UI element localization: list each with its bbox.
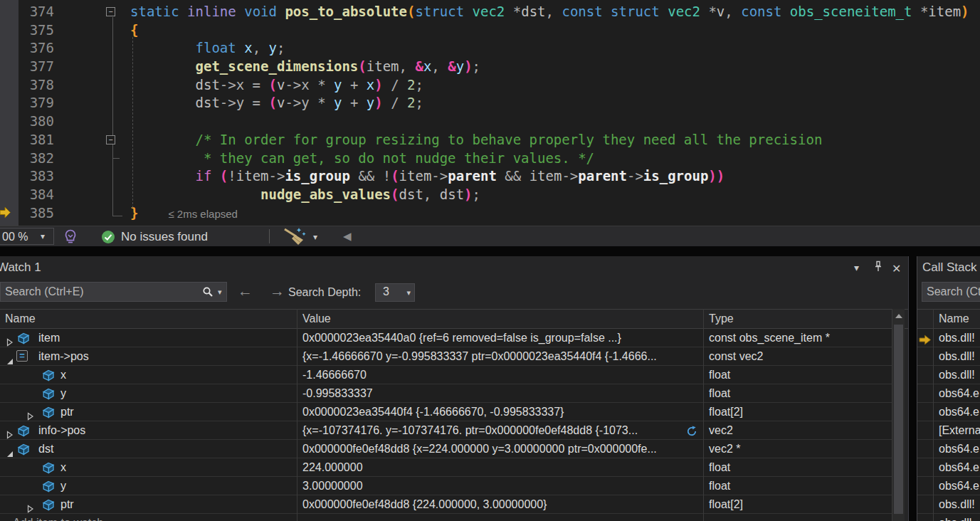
line-number: 380 (0, 112, 54, 131)
watch-name[interactable]: x (60, 458, 66, 476)
watch-name[interactable]: dst (38, 440, 53, 458)
code-line[interactable]: 382 * they can get, so do not nudge thei… (0, 149, 980, 168)
code-text[interactable]: * they can get, so do not nudge their va… (130, 149, 594, 168)
callstack-frame[interactable]: obs.dll (917, 514, 980, 521)
frame-label: obs.dll! (939, 329, 975, 347)
code-suggestions-icon[interactable] (63, 228, 78, 247)
arrow-forward-icon[interactable]: → (270, 283, 285, 300)
code-line[interactable]: 383 if (!item->is_group && !(item->paren… (0, 167, 980, 186)
callstack-frame[interactable]: obs64.e (917, 403, 980, 421)
watch-value[interactable]: -0.995833337 (297, 384, 703, 402)
watch-row[interactable]: dst0x000000fe0ef48dd8 {x=224.000000 y=3.… (0, 440, 892, 458)
callstack-frame[interactable]: obs.dll! (917, 366, 980, 384)
code-text[interactable]: { (130, 21, 138, 40)
callstack-frame[interactable]: obs.dll! (917, 347, 980, 366)
watch-row[interactable]: Add item to watch (0, 514, 892, 521)
search-caret-icon[interactable]: ▾ (218, 288, 222, 297)
search-icon[interactable] (202, 286, 214, 300)
scrollbar-thumb[interactable] (894, 325, 903, 514)
zoom-dropdown-caret-icon[interactable]: ▾ (41, 231, 45, 241)
code-text[interactable]: dst->y = (v->y * y + y) / 2; (130, 94, 423, 112)
zoom-control[interactable]: 00 % ▾ (0, 228, 54, 245)
watch-value[interactable]: 0x000000fe0ef48dd8 {224.000000, 3.000000… (297, 495, 703, 513)
code-text[interactable]: nudge_abs_values(dst, dst); (130, 186, 480, 204)
code-line[interactable]: 380 (0, 112, 980, 131)
code-editor[interactable]: 374−static inline void pos_to_absolute(s… (0, 0, 980, 226)
watch-value[interactable]: {x=-1.46666670 y=-0.995833337 ptr=0x0000… (297, 347, 703, 365)
watch-name[interactable]: ptr (60, 495, 74, 513)
fold-toggle-icon[interactable]: − (106, 135, 115, 144)
pin-icon[interactable] (873, 260, 883, 274)
search-depth-select[interactable]: 3 ▾ (375, 283, 415, 302)
watch-scrollbar[interactable] (892, 309, 905, 521)
line-number: 384 (0, 186, 54, 204)
code-text[interactable]: dst->x = (v->x * y + x) / 2; (130, 76, 423, 95)
column-divider[interactable] (297, 309, 297, 521)
callstack-frame[interactable]: [Externa (917, 421, 980, 440)
code-text[interactable]: /* In order for group resizing to behave… (130, 131, 822, 149)
watch-row[interactable]: item0x0000023ea35440a0 {ref=6 removed=fa… (0, 329, 892, 347)
code-line[interactable]: 385}≤ 2ms elapsed (0, 204, 980, 223)
watch-search-input[interactable] (0, 282, 227, 302)
callstack-frame[interactable]: obs64.e (917, 384, 980, 403)
code-line[interactable]: 376 float x, y; (0, 39, 980, 58)
watch-value[interactable]: 3.00000000 (297, 477, 703, 495)
callstack-frame[interactable]: obs64.e (917, 458, 980, 477)
watch-name[interactable]: item->pos (38, 347, 89, 365)
code-line[interactable]: 377 get_scene_dimensions(item, &x, &y); (0, 58, 980, 76)
callstack-frame[interactable]: obs64.e (917, 440, 980, 458)
watch-row[interactable]: x224.000000float (0, 458, 892, 477)
watch-value[interactable]: 224.000000 (297, 458, 703, 476)
code-line[interactable]: 381− /* In order for group resizing to b… (0, 131, 980, 149)
callstack-frame[interactable]: obs64.e (917, 477, 980, 495)
code-text[interactable]: if (!item->is_group && !(item->parent &&… (130, 167, 725, 186)
callstack-search-input[interactable] (922, 282, 980, 302)
code-line[interactable]: 374−static inline void pos_to_absolute(s… (0, 3, 980, 21)
code-cleanup-broom-icon[interactable] (282, 227, 307, 249)
callstack-frame[interactable]: obs.dll! (917, 329, 980, 347)
frame-label: obs64.e (939, 440, 979, 458)
gutter-divider (933, 309, 934, 521)
cleanup-dropdown-caret-icon[interactable]: ▾ (313, 232, 317, 242)
code-line[interactable]: 378 dst->x = (v->x * y + x) / 2; (0, 76, 980, 95)
code-line[interactable]: 384 nudge_abs_values(dst, dst); (0, 186, 980, 204)
code-line[interactable]: 379 dst->y = (v->y * y + y) / 2; (0, 94, 980, 112)
chevron-down-icon[interactable]: ▾ (854, 262, 859, 273)
fold-toggle-icon[interactable]: − (106, 7, 115, 16)
watch-row[interactable]: =item->pos{x=-1.46666670 y=-0.995833337 … (0, 347, 892, 366)
watch-row[interactable]: ptr0x0000023ea35440f4 {-1.46666670, -0.9… (0, 403, 892, 421)
code-text[interactable]: }≤ 2ms elapsed (130, 204, 238, 223)
watch-name[interactable]: y (60, 384, 66, 402)
collapse-left-icon[interactable]: ◀ (343, 230, 352, 243)
watch-value[interactable]: {x=-107374176. y=-107374176. ptr=0x00000… (297, 421, 703, 442)
current-statement-arrow-icon[interactable] (0, 206, 11, 221)
watch-value[interactable]: -1.46666670 (297, 366, 703, 384)
issues-status-text[interactable]: No issues found (121, 230, 208, 244)
watch-row[interactable]: y3.00000000float (0, 477, 892, 495)
watch-name[interactable]: item (38, 329, 60, 347)
fold-region-tick (112, 158, 120, 159)
watch-value[interactable]: 0x0000023ea35440a0 {ref=6 removed=false … (297, 329, 703, 347)
watch-name[interactable]: info->pos (38, 421, 85, 439)
watch-row[interactable]: x-1.46666670float (0, 366, 892, 384)
column-divider[interactable] (703, 309, 704, 521)
issues-check-icon[interactable] (102, 231, 115, 243)
frame-label: obs.dll! (939, 347, 975, 365)
code-line[interactable]: 375{ (0, 21, 980, 40)
watch-name[interactable]: y (60, 477, 66, 495)
scroll-up-icon[interactable] (895, 314, 902, 318)
watch-value[interactable]: 0x000000fe0ef48dd8 {x=224.000000 y=3.000… (297, 440, 703, 458)
watch-row[interactable]: ptr0x000000fe0ef48dd8 {224.000000, 3.000… (0, 495, 892, 514)
callstack-frame[interactable]: obs.dll! (917, 495, 980, 514)
add-watch-row[interactable]: Add item to watch (13, 514, 103, 521)
watch-row[interactable]: info->pos{x=-107374176. y=-107374176. pt… (0, 421, 892, 440)
arrow-back-icon[interactable]: ← (238, 283, 253, 300)
watch-value[interactable]: 0x0000023ea35440f4 {-1.46666670, -0.9958… (297, 403, 703, 421)
code-text[interactable]: get_scene_dimensions(item, &x, &y); (130, 58, 480, 76)
code-text[interactable]: float x, y; (130, 39, 285, 58)
watch-name[interactable]: x (60, 366, 66, 384)
code-text[interactable]: static inline void pos_to_absolute(struc… (130, 3, 969, 21)
close-icon[interactable]: ✕ (892, 262, 901, 275)
watch-name[interactable]: ptr (60, 403, 74, 421)
watch-row[interactable]: y-0.995833337float (0, 384, 892, 403)
